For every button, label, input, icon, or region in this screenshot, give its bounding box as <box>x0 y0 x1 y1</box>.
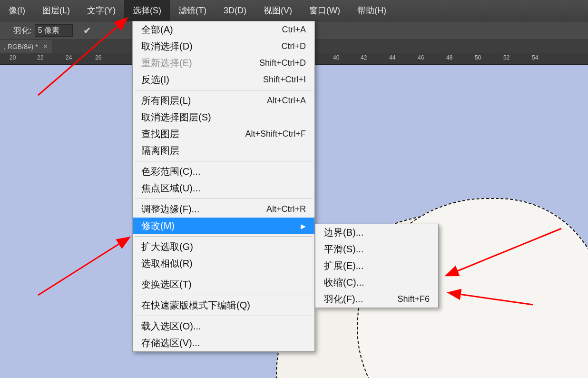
menu-row-label: 变换选区(T) <box>141 278 192 291</box>
select-menu-dropdown: 全部(A)Ctrl+A取消选择(D)Ctrl+D重新选择(E)Shift+Ctr… <box>132 21 315 352</box>
menu-item[interactable]: 选择(S) <box>124 0 170 21</box>
ruler-tick: 52 <box>503 54 510 61</box>
ruler-tick: 54 <box>532 54 538 61</box>
menu-row-shortcut: Ctrl+A <box>282 25 306 35</box>
menu-row-shortcut: Shift+Ctrl+I <box>263 75 306 85</box>
menu-row-label: 隔离图层 <box>141 144 179 157</box>
menubar: 像(I)图层(L)文字(Y)选择(S)滤镜(T)3D(D)视图(V)窗口(W)帮… <box>0 0 588 21</box>
menu-row[interactable]: 变换选区(T) <box>133 276 314 293</box>
submenu-row[interactable]: 扩展(E)... <box>315 258 438 274</box>
menu-item[interactable]: 滤镜(T) <box>170 0 215 21</box>
menu-row-shortcut: Alt+Ctrl+A <box>267 96 306 106</box>
menu-row-label: 载入选区(O)... <box>141 320 201 333</box>
submenu-row[interactable]: 羽化(F)...Shift+F6 <box>315 291 438 308</box>
menu-row[interactable]: 存储选区(V)... <box>133 335 314 351</box>
ruler-tick: 40 <box>333 54 339 61</box>
submenu-row-label: 边界(B)... <box>324 226 363 239</box>
ruler-tick: 26 <box>95 54 101 61</box>
submenu-row-label: 扩展(E)... <box>324 259 363 272</box>
document-tab[interactable]: , RGB/8#) * ✕ <box>0 40 52 53</box>
menu-row-shortcut: Shift+Ctrl+D <box>259 58 306 68</box>
menu-item[interactable]: 视图(V) <box>255 0 301 21</box>
menu-item[interactable]: 3D(D) <box>215 0 255 21</box>
submenu-arrow-icon: ▶ <box>301 222 306 230</box>
menu-row[interactable]: 选取相似(R) <box>133 255 314 272</box>
menu-row-label: 取消选择(D) <box>141 40 193 53</box>
menu-row[interactable]: 扩大选取(G) <box>133 239 314 255</box>
close-icon[interactable]: ✕ <box>43 40 48 53</box>
menu-row-label: 所有图层(L) <box>141 94 191 107</box>
menu-row-label: 扩大选取(G) <box>141 240 193 253</box>
menu-row[interactable]: 隔离图层 <box>133 142 314 159</box>
menu-item[interactable]: 像(I) <box>0 0 34 21</box>
menu-row-label: 修改(M) <box>141 219 175 232</box>
menu-row[interactable]: 所有图层(L)Alt+Ctrl+A <box>133 92 314 109</box>
ruler-tick: 44 <box>389 54 395 61</box>
menu-row[interactable]: 焦点区域(U)... <box>133 180 314 197</box>
menu-row-label: 色彩范围(C)... <box>141 165 200 178</box>
submenu-row-shortcut: Shift+F6 <box>397 294 430 304</box>
menu-row-shortcut: Alt+Ctrl+R <box>266 204 306 214</box>
ruler-tick: 20 <box>10 54 16 61</box>
menu-row[interactable]: 反选(I)Shift+Ctrl+I <box>133 71 314 88</box>
menu-row[interactable]: 载入选区(O)... <box>133 318 314 335</box>
menu-item[interactable]: 帮助(H) <box>349 0 395 21</box>
ruler-tick: 46 <box>418 54 424 61</box>
modify-submenu: 边界(B)...平滑(S)...扩展(E)...收缩(C)...羽化(F)...… <box>315 224 439 308</box>
menu-row-label: 调整边缘(F)... <box>141 203 199 216</box>
menu-row-label: 存储选区(V)... <box>141 337 200 349</box>
submenu-row[interactable]: 收缩(C)... <box>315 274 438 291</box>
feather-label: 羽化: <box>13 25 32 36</box>
menu-row[interactable]: 调整边缘(F)...Alt+Ctrl+R <box>133 201 314 218</box>
menu-row-label: 取消选择图层(S) <box>141 111 211 124</box>
menu-row-label: 反选(I) <box>141 73 169 86</box>
ruler-tick: 24 <box>66 54 72 61</box>
menu-row-shortcut: Ctrl+D <box>281 41 306 51</box>
menu-row[interactable]: 取消选择(D)Ctrl+D <box>133 38 314 55</box>
menu-item[interactable]: 图层(L) <box>34 0 78 21</box>
feather-input[interactable] <box>35 24 73 37</box>
menu-row: 重新选择(E)Shift+Ctrl+D <box>133 55 314 71</box>
submenu-row-label: 羽化(F)... <box>324 293 363 306</box>
submenu-row-label: 收缩(C)... <box>324 276 364 289</box>
ruler-tick: 48 <box>446 54 452 61</box>
ruler-tick: 22 <box>37 54 43 61</box>
menu-row-label: 选取相似(R) <box>141 257 193 270</box>
menu-row-shortcut: Alt+Shift+Ctrl+F <box>245 129 306 139</box>
submenu-row[interactable]: 边界(B)... <box>315 224 438 241</box>
ruler-tick: 50 <box>475 54 481 61</box>
menu-row[interactable]: 查找图层Alt+Shift+Ctrl+F <box>133 126 314 142</box>
submenu-row-label: 平滑(S)... <box>324 243 363 256</box>
menu-row[interactable]: 在快速蒙版模式下编辑(Q) <box>133 297 314 314</box>
ruler-tick: 42 <box>361 54 367 61</box>
menu-item[interactable]: 窗口(W) <box>301 0 349 21</box>
menu-row-label: 在快速蒙版模式下编辑(Q) <box>141 299 250 312</box>
menu-row[interactable]: 修改(M)▶ <box>133 218 314 234</box>
tab-title: , RGB/8#) * <box>4 40 38 53</box>
menu-row-label: 查找图层 <box>141 128 179 140</box>
menu-row[interactable]: 全部(A)Ctrl+A <box>133 21 314 38</box>
menu-row-label: 焦点区域(U)... <box>141 182 200 195</box>
menu-row[interactable]: 取消选择图层(S) <box>133 109 314 126</box>
menu-row-label: 全部(A) <box>141 23 173 36</box>
check-icon[interactable]: ✔ <box>83 25 91 36</box>
menu-item[interactable]: 文字(Y) <box>78 0 124 21</box>
menu-row-label: 重新选择(E) <box>141 57 192 70</box>
submenu-row[interactable]: 平滑(S)... <box>315 241 438 258</box>
menu-row[interactable]: 色彩范围(C)... <box>133 163 314 180</box>
